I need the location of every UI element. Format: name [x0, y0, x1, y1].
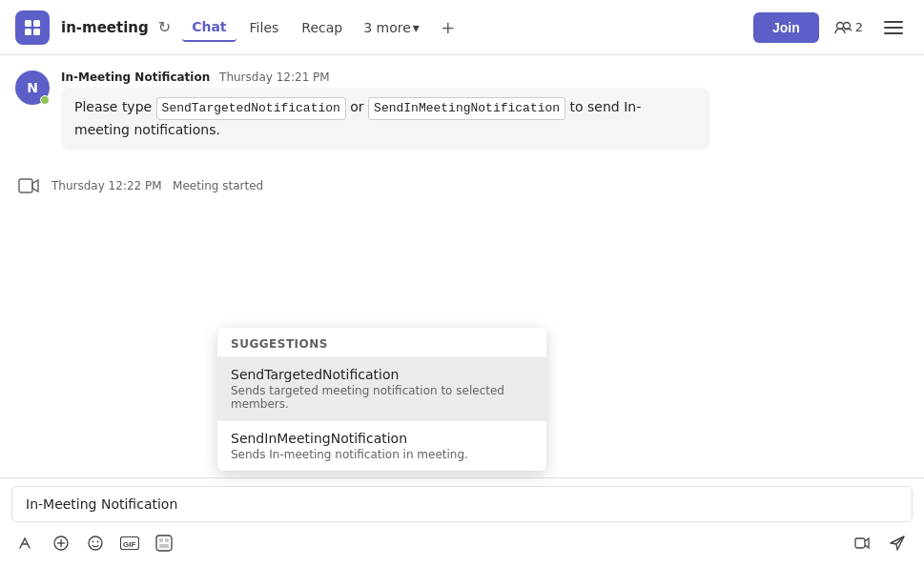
suggestion-title-1: SendTargetedNotification [231, 367, 533, 382]
msg-middle: or [346, 99, 368, 114]
meeting-label: Meeting started [173, 179, 263, 192]
join-button[interactable]: Join [753, 12, 819, 43]
send-button[interactable] [882, 528, 913, 558]
meeting-time: Thursday 12:22 PM [51, 179, 162, 192]
emoji-button[interactable] [80, 528, 111, 558]
participants-count: 2 [855, 20, 863, 34]
video-icon [15, 172, 42, 199]
format-button[interactable] [11, 528, 42, 558]
svg-rect-21 [159, 544, 169, 548]
meeting-title: in-meeting [61, 19, 149, 36]
participants-icon [834, 21, 852, 34]
svg-rect-9 [19, 179, 32, 192]
meeting-meta: Thursday 12:22 PM Meeting started [51, 179, 263, 192]
svg-rect-8 [884, 32, 903, 34]
message-content: In-Meeting Notification Thursday 12:21 P… [61, 71, 909, 150]
meeting-started: Thursday 12:22 PM Meeting started [15, 165, 909, 207]
gif-icon: GIF [120, 536, 139, 550]
avatar-status [40, 95, 50, 105]
svg-rect-1 [33, 20, 40, 27]
suggestions-header: Suggestions [217, 328, 546, 356]
svg-rect-18 [156, 536, 172, 551]
message-input[interactable]: In-Meeting Notification [11, 486, 913, 522]
sticker-button[interactable] [149, 528, 179, 558]
hamburger-icon [884, 21, 903, 34]
sync-icon: ↻ [158, 18, 171, 36]
tab-chat[interactable]: Chat [182, 13, 236, 42]
emoji-icon [87, 535, 104, 552]
code-tag-1: SendTargetedNotification [156, 97, 346, 120]
toolbar-right [848, 528, 913, 558]
add-tab-button[interactable]: + [435, 14, 462, 41]
svg-rect-3 [33, 29, 40, 35]
gif-button[interactable]: GIF [114, 528, 145, 558]
plus-icon: + [441, 17, 455, 37]
tab-files[interactable]: Files [240, 14, 289, 41]
svg-point-5 [843, 22, 850, 29]
app-icon [15, 10, 50, 45]
nav-tabs: Chat Files Recap 3 more ▾ [182, 13, 427, 42]
svg-rect-22 [855, 538, 865, 548]
loop-button[interactable] [848, 528, 878, 558]
input-area: In-Meeting Notification [0, 477, 924, 566]
svg-point-13 [89, 536, 102, 550]
svg-rect-0 [25, 20, 31, 27]
svg-rect-19 [159, 538, 163, 542]
message-time: Thursday 12:21 PM [219, 71, 330, 84]
svg-rect-2 [25, 29, 31, 35]
loop-icon [854, 535, 872, 552]
msg-before: Please type [74, 99, 156, 114]
send-icon [889, 535, 906, 552]
avatar: N [15, 71, 50, 105]
tab-recap[interactable]: Recap [292, 14, 352, 41]
message-group: N In-Meeting Notification Thursday 12:21… [15, 71, 909, 150]
more-tabs-button[interactable]: 3 more ▾ [356, 14, 427, 41]
suggestions-dropdown: Suggestions SendTargetedNotification Sen… [217, 328, 546, 471]
format-icon [18, 535, 35, 552]
svg-text:GIF: GIF [123, 540, 135, 549]
suggestion-desc-2: Sends In-meeting notification in meeting… [231, 448, 533, 461]
attach-icon [52, 535, 70, 552]
sender-name: In-Meeting Notification [61, 71, 210, 84]
svg-rect-6 [884, 21, 903, 23]
attach-button[interactable] [46, 528, 76, 558]
participants-button[interactable]: 2 [827, 16, 871, 38]
suggestion-item-1[interactable]: SendTargetedNotification Sends targeted … [217, 356, 546, 420]
input-value: In-Meeting Notification [26, 496, 177, 512]
message-text: Please type SendTargetedNotification or … [61, 88, 709, 150]
chevron-down-icon: ▾ [413, 20, 420, 35]
toolbar-row: GIF [0, 522, 924, 566]
suggestion-item-2[interactable]: SendInMeetingNotification Sends In-meeti… [217, 420, 546, 471]
code-tag-2: SendInMeetingNotification [368, 97, 565, 120]
svg-rect-20 [165, 538, 169, 542]
header: in-meeting ↻ Chat Files Recap 3 more ▾ +… [0, 0, 924, 55]
suggestion-desc-1: Sends targeted meeting notification to s… [231, 384, 533, 411]
main-content: N In-Meeting Notification Thursday 12:21… [0, 55, 924, 566]
sticker-icon [155, 535, 173, 552]
svg-rect-7 [884, 27, 903, 29]
menu-button[interactable] [878, 12, 909, 43]
svg-point-15 [97, 541, 99, 543]
header-right: Join 2 [753, 12, 909, 43]
svg-point-14 [92, 541, 94, 543]
message-meta: In-Meeting Notification Thursday 12:21 P… [61, 71, 909, 84]
suggestion-title-2: SendInMeetingNotification [231, 431, 533, 446]
more-tabs-label: 3 more [363, 20, 411, 35]
